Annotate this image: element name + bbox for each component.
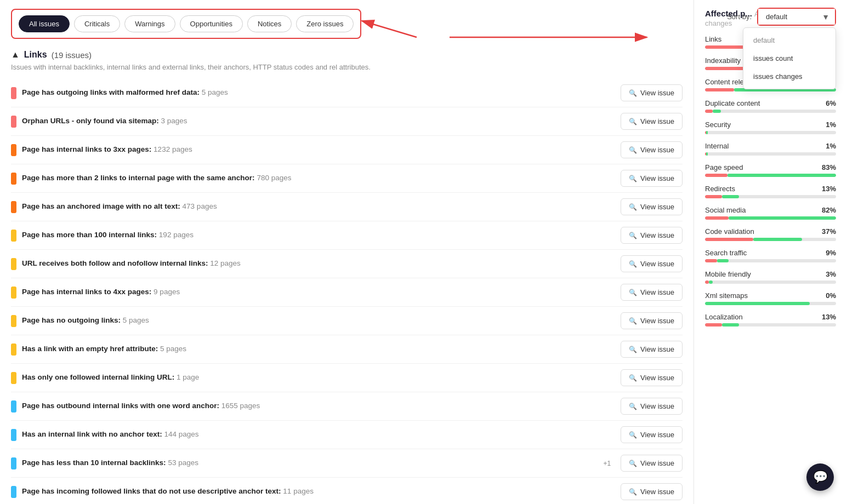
issue-text: Page has incoming followed links that do… [22, 486, 615, 497]
bar-track [705, 195, 836, 198]
category-name: Mobile friendly [705, 270, 751, 278]
bar-red [705, 110, 713, 113]
section-title: Links [24, 50, 47, 60]
issue-count: 192 pages [159, 231, 194, 239]
category-name: Xml sitemaps [705, 291, 748, 300]
category-pct: 83% [822, 163, 836, 171]
chat-button[interactable]: 💬 [806, 463, 834, 491]
severity-indicator [11, 201, 16, 213]
sort-select[interactable]: defaultissues countissues changes [758, 9, 835, 25]
view-issue-button[interactable]: 🔍View issue [621, 255, 683, 272]
view-issue-button[interactable]: 🔍View issue [621, 426, 683, 443]
category-pct: 9% [826, 249, 836, 257]
view-issue-button[interactable]: 🔍View issue [621, 170, 683, 187]
issue-count: 3 pages [161, 117, 187, 125]
category-name: Redirects [705, 185, 735, 193]
bar-track [705, 174, 836, 177]
bar-track [705, 152, 836, 156]
bar-track [705, 216, 836, 220]
issue-name: Page has no outgoing links: [22, 316, 121, 324]
view-issue-button[interactable]: 🔍View issue [621, 84, 683, 101]
filter-btn-warnings[interactable]: Warnings [124, 15, 175, 32]
table-row: URL receives both follow and nofollow in… [11, 250, 683, 278]
list-item: Social media 82% [705, 206, 836, 220]
category-name: Search traffic [705, 249, 747, 257]
table-row: Page has internal links to 4xx pages: 9 … [11, 278, 683, 307]
list-item: Security 1% [705, 121, 836, 134]
issue-text: Page has outgoing links with malformed h… [22, 88, 615, 98]
view-issue-button[interactable]: 🔍View issue [621, 483, 683, 500]
issue-count: 1655 pages [221, 402, 260, 410]
view-issue-button[interactable]: 🔍View issue [621, 341, 683, 358]
issue-count: 1 page [177, 373, 199, 381]
sort-select-wrapper[interactable]: defaultissues countissues changes ▼ [757, 8, 836, 26]
bar-green [722, 195, 739, 198]
view-issue-button[interactable]: 🔍View issue [621, 284, 683, 301]
dropdown-item-issues-count[interactable]: issues count [743, 49, 835, 67]
view-issue-button[interactable]: 🔍View issue [621, 312, 683, 329]
issue-name: Page has internal links to 4xx pages: [22, 288, 151, 296]
issue-count: 12 pages [210, 259, 241, 267]
severity-indicator [11, 400, 16, 413]
dropdown-item-issues-changes[interactable]: issues changes [743, 67, 835, 85]
dropdown-item-default[interactable]: default [743, 31, 835, 49]
issue-text: Page has more than 2 links to internal p… [22, 173, 615, 184]
bar-red [705, 259, 717, 262]
search-icon: 🔍 [629, 431, 637, 439]
table-row: Page has no outgoing links: 5 pages🔍View… [11, 307, 683, 335]
issue-text: Page has an anchored image with no alt t… [22, 202, 615, 212]
bar-green [709, 280, 713, 284]
issue-name: Page has less than 10 internal backlinks… [22, 459, 166, 467]
category-name: Code validation [705, 227, 754, 236]
category-pct: 1% [826, 121, 836, 129]
list-item: Internal 1% [705, 142, 836, 156]
search-icon: 🔍 [629, 346, 637, 353]
section-count: (19 issues) [52, 50, 92, 60]
issue-name: Orphan URLs - only found via sitemap: [22, 117, 159, 125]
filter-btn-notices[interactable]: Notices [247, 15, 292, 32]
view-issue-button[interactable]: 🔍View issue [621, 198, 683, 215]
section-header: ▲ Links (19 issues) [11, 50, 683, 60]
issue-text: Page has no outgoing links: 5 pages [22, 316, 615, 326]
bar-track [705, 131, 836, 134]
table-row: Page has outgoing links with malformed h… [11, 79, 683, 107]
view-issue-button[interactable]: 🔍View issue [621, 141, 683, 158]
table-row: Orphan URLs - only found via sitemap: 3 … [11, 107, 683, 136]
bar-green [706, 152, 707, 156]
issue-name: Has only one followed internal linking U… [22, 373, 174, 381]
view-issue-button[interactable]: 🔍View issue [621, 227, 683, 244]
issue-text: URL receives both follow and nofollow in… [22, 259, 615, 269]
issue-text: Has a link with an empty href attribute:… [22, 344, 615, 354]
severity-indicator [11, 258, 16, 270]
plus-badge: +1 [603, 460, 611, 467]
view-issue-button[interactable]: 🔍View issue [621, 398, 683, 415]
filter-btn-all-issues[interactable]: All issues [19, 15, 70, 32]
issue-count: 1232 pages [154, 145, 192, 153]
table-row: Page has more than 2 links to internal p… [11, 164, 683, 193]
search-icon: 🔍 [629, 317, 637, 325]
issue-count: 5 pages [202, 88, 228, 96]
section-description: Issues with internal backlinks, internal… [11, 63, 683, 71]
filter-btn-criticals[interactable]: Criticals [74, 15, 120, 32]
filter-btn-zero-issues[interactable]: Zero issues [296, 15, 354, 32]
issue-text: Page has more than 100 internal links: 1… [22, 230, 615, 240]
issue-name: Page has more than 2 links to internal p… [22, 174, 255, 182]
bar-track [705, 302, 836, 305]
filter-btn-opportunities[interactable]: Opportunities [180, 15, 243, 32]
bar-red [705, 323, 722, 327]
issue-text: Has an internal link with no anchor text… [22, 429, 615, 440]
category-name: Social media [705, 206, 746, 214]
issue-name: Page has more than 100 internal links: [22, 231, 157, 239]
table-row: Page has incoming followed links that do… [11, 478, 683, 504]
view-issue-button[interactable]: 🔍View issue [621, 455, 683, 472]
severity-indicator [11, 457, 16, 469]
section-toggle[interactable]: ▲ [11, 50, 20, 60]
view-issue-button[interactable]: 🔍View issue [621, 369, 683, 386]
issue-text: Has only one followed internal linking U… [22, 373, 615, 383]
bar-track [705, 323, 836, 327]
search-icon: 🔍 [629, 175, 637, 182]
view-issue-button[interactable]: 🔍View issue [621, 113, 683, 130]
issue-name: Has a link with an empty href attribute: [22, 345, 158, 353]
bar-green [729, 216, 836, 220]
category-pct: 0% [826, 291, 836, 300]
